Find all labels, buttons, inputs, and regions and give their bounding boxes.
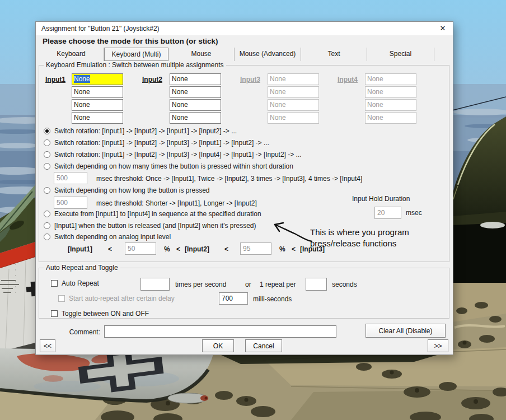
input4-field-1: None <box>365 73 416 85</box>
annotation-line2: press/release functions <box>310 238 409 249</box>
radio-icon <box>44 163 50 170</box>
press-length-threshold-text: msec threshold: Shorter -> [Input1], Lon… <box>96 199 257 207</box>
repeat-rate-unit: times per second <box>175 281 226 288</box>
analog-threshold2-input[interactable] <box>240 242 271 255</box>
input1-field-3[interactable]: None <box>72 99 123 111</box>
clear-all-button[interactable]: Clear All (Disable) <box>366 324 446 338</box>
comment-input[interactable] <box>104 325 336 338</box>
cancel-button[interactable]: Cancel <box>245 339 282 352</box>
annotation-line1: This is where you program <box>310 227 409 238</box>
radio-rotation-2[interactable]: Switch rotation: [Input1] -> [Input2] ->… <box>44 127 237 135</box>
checkbox-icon <box>51 310 58 317</box>
input2-field-3[interactable]: None <box>170 99 221 111</box>
radio-icon <box>44 187 50 194</box>
keyboard-emulation-group-title: Keyboard Emulation : Switch between mult… <box>44 61 226 69</box>
press-length-threshold-input[interactable] <box>54 197 87 209</box>
press-count-threshold-input[interactable] <box>54 172 87 184</box>
repeat-rate-input[interactable] <box>140 278 170 291</box>
input1-field-4[interactable]: None <box>72 112 123 124</box>
tab-keyboard-multi[interactable]: Keyboard (Multi) <box>104 48 168 61</box>
analog-lt-1: < <box>108 245 112 253</box>
analog-lt-2: < <box>176 245 180 253</box>
input2-field-1[interactable]: None <box>170 73 221 85</box>
input4-label: Input4 <box>338 76 358 83</box>
analog-pct-2: % <box>279 245 285 253</box>
toggle-checkbox[interactable]: Toggle between ON and OFF <box>51 310 149 318</box>
tab-keyboard[interactable]: Keyboard <box>39 48 104 61</box>
one-repeat-label: 1 repeat per <box>260 281 296 288</box>
input4-field-3: None <box>365 99 416 111</box>
tab-mouse[interactable]: Mouse <box>168 48 235 61</box>
annotation-text: This is where you program press/release … <box>310 227 409 249</box>
input-hold-duration-input[interactable] <box>374 207 401 219</box>
input1-label: Input1 <box>45 76 65 83</box>
radio-icon <box>44 211 50 217</box>
input-hold-duration-label: Input Hold Duration <box>352 195 410 203</box>
tab-special[interactable]: Special <box>367 48 434 61</box>
window-title: Assignment for "Button 21" (Joystick#2) <box>41 25 160 32</box>
input3-field-3: None <box>268 99 319 111</box>
radio-rotation-4[interactable]: Switch rotation: [Input1] -> [Input2] ->… <box>44 151 302 158</box>
prev-button[interactable]: << <box>40 339 55 352</box>
analog-threshold1-input[interactable] <box>125 242 156 255</box>
comment-label: Comment: <box>65 328 100 336</box>
input1-field-2[interactable]: None <box>72 86 123 98</box>
delay-input[interactable] <box>219 292 248 305</box>
radio-icon <box>44 151 50 158</box>
analog-pct-1: % <box>164 245 170 253</box>
delay-checkbox[interactable]: Start auto-repeat after certain delay <box>58 295 175 302</box>
delay-unit: milli-seconds <box>253 295 292 303</box>
or-text: or <box>245 281 251 288</box>
radio-analog-level[interactable]: Switch depending on analog input level <box>44 233 171 241</box>
radio-icon <box>44 222 50 229</box>
repeat-period-unit: seconds <box>332 281 357 288</box>
input3-field-1: None <box>268 73 319 85</box>
radio-sequence[interactable]: Execute from [Input1] to [Input4] in seq… <box>44 210 261 218</box>
assignment-dialog: Assignment for "Button 21" (Joystick#2) … <box>35 21 453 355</box>
input4-field-4: None <box>365 112 416 124</box>
radio-icon <box>44 128 50 134</box>
mode-prompt: Please choose the mode for this button (… <box>43 37 218 45</box>
input3-field-4: None <box>268 112 319 124</box>
next-button[interactable]: >> <box>428 339 448 352</box>
radio-press-length[interactable]: Switch depending on how long the button … <box>44 186 210 194</box>
analog-input2-token: [Input2] <box>185 245 209 253</box>
repeat-period-input[interactable] <box>306 278 327 291</box>
radio-icon <box>44 139 50 146</box>
checkbox-icon <box>51 280 58 287</box>
press-count-threshold-text: msec threshold: Once -> [Input1], Twice … <box>96 175 362 183</box>
tab-text[interactable]: Text <box>301 48 367 61</box>
input2-field-4[interactable]: None <box>170 112 221 124</box>
analog-lt-3: < <box>224 245 228 253</box>
selected-text: None <box>74 75 90 83</box>
analog-lt-4: < <box>292 245 296 253</box>
input-hold-duration-unit: msec <box>406 209 422 217</box>
tab-mouse-advanced[interactable]: Mouse (Advanced) <box>235 48 301 61</box>
analog-input1-token: [Input1] <box>68 245 92 253</box>
auto-repeat-group-title: Auto Repeat and Toggle <box>44 264 120 272</box>
mode-tabs: Keyboard Keyboard (Multi) Mouse Mouse (A… <box>39 48 434 61</box>
title-bar: Assignment for "Button 21" (Joystick#2) … <box>36 22 453 35</box>
close-icon[interactable]: ✕ <box>437 24 448 34</box>
ok-button[interactable]: OK <box>202 339 234 352</box>
input2-field-2[interactable]: None <box>170 86 221 98</box>
input1-field-1[interactable]: None <box>72 73 123 85</box>
auto-repeat-checkbox[interactable]: Auto Repeat <box>51 279 99 287</box>
input2-label: Input2 <box>142 76 162 83</box>
radio-release-press[interactable]: [Input1] when the button is released (an… <box>44 222 256 230</box>
radio-rotation-3[interactable]: Switch rotation: [Input1] -> [Input2] ->… <box>44 139 269 147</box>
radio-press-count[interactable]: Switch depending on how many times the b… <box>44 162 293 170</box>
input3-field-2: None <box>268 86 319 98</box>
checkbox-icon <box>58 295 65 302</box>
radio-icon <box>44 234 50 240</box>
input4-field-2: None <box>365 86 416 98</box>
input3-label: Input3 <box>240 76 260 83</box>
